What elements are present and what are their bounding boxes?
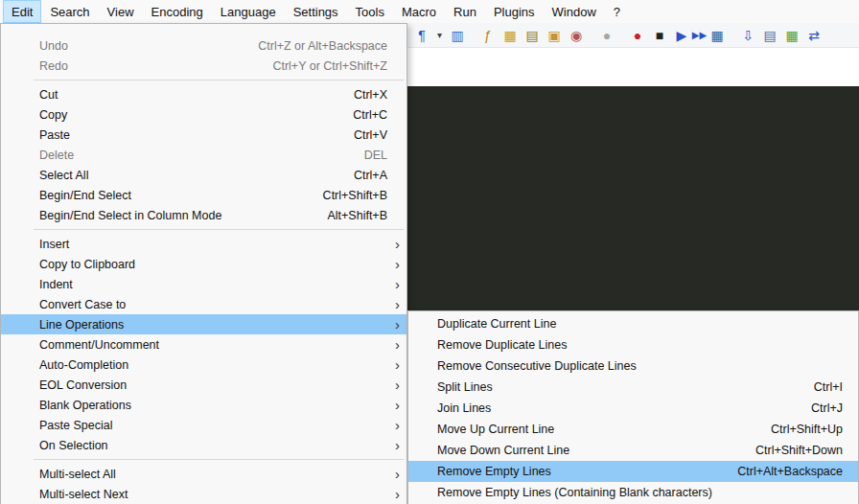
edit-menu-item-undo: UndoCtrl+Z or Alt+Backspace (1, 35, 406, 56)
menubar-item-plugins[interactable]: Plugins (485, 0, 544, 23)
menu-item-label: Comment/Uncomment (39, 338, 159, 352)
submenu-arrow-icon: › (395, 436, 400, 452)
edit-menu-item-begin-end-select-in-column-mode[interactable]: Begin/End Select in Column ModeAlt+Shift… (1, 205, 406, 225)
edit-menu-item-insert[interactable]: Insert› (1, 234, 406, 254)
document-list-icon[interactable]: ▤ (522, 26, 542, 45)
color-grid-plugin-icon[interactable]: ▦ (782, 26, 801, 45)
edit-menu-item-cut[interactable]: CutCtrl+X (1, 84, 406, 104)
folder-as-workspace-icon[interactable]: ▣ (545, 26, 564, 45)
menu-item-label: Paste Special (39, 419, 112, 432)
menubar-item-settings[interactable]: Settings (285, 0, 347, 23)
save-macro-icon[interactable]: ▦ (708, 26, 727, 45)
menu-separator (34, 459, 404, 460)
line-operations-submenu-item-split-lines[interactable]: Split LinesCtrl+I (408, 377, 858, 398)
menu-item-shortcut: Ctrl+C (353, 108, 387, 122)
menubar-item-search[interactable]: Search (41, 0, 98, 23)
menu-item-label: Begin/End Select in Column Mode (39, 209, 221, 222)
edit-menu: UndoCtrl+Z or Alt+BackspaceRedoCtrl+Y or… (0, 23, 407, 504)
edit-menu-item-paste-special[interactable]: Paste Special› (1, 415, 406, 435)
document-switcher-icon[interactable]: ▤ (760, 26, 779, 45)
menubar-item-macro[interactable]: Macro (393, 0, 445, 23)
edit-menu-item-paste[interactable]: PasteCtrl+V (1, 125, 406, 145)
line-operations-submenu: Duplicate Current LineRemove Duplicate L… (407, 310, 859, 504)
menu-item-label: On Selection (39, 439, 108, 452)
function-list-icon[interactable]: ƒ (478, 26, 498, 45)
record-macro-icon[interactable]: ● (628, 26, 647, 45)
indent-guide-icon[interactable]: ▥ (448, 26, 467, 45)
submenu-arrow-icon: › (395, 416, 400, 432)
file-monitoring-icon[interactable]: ◉ (567, 26, 586, 45)
menu-item-label: Paste (39, 128, 70, 142)
menu-item-label: Remove Duplicate Lines (437, 338, 568, 352)
menu-item-label: Redo (39, 59, 68, 73)
stop-recording-icon[interactable]: ■ (650, 26, 669, 45)
submenu-arrow-icon: › (395, 295, 400, 311)
edit-menu-item-multi-select-all[interactable]: Multi-select All› (1, 464, 406, 484)
menu-item-label: Blank Operations (39, 399, 131, 412)
line-operations-submenu-item-move-up-current-line[interactable]: Move Up Current LineCtrl+Shift+Up (408, 419, 858, 440)
menu-item-shortcut: Ctrl+V (354, 128, 387, 142)
menu-item-label: EOL Conversion (39, 378, 127, 392)
menubar-item-window[interactable]: Window (544, 0, 605, 23)
menubar-item-view[interactable]: View (99, 0, 143, 23)
menu-item-label: Cut (39, 88, 58, 102)
menu-item-label: Convert Case to (39, 298, 126, 311)
menu-item-shortcut: Ctrl+Z or Alt+Backspace (258, 39, 387, 53)
edit-menu-item-copy[interactable]: CopyCtrl+C (1, 104, 406, 125)
edit-menu-item-eol-conversion[interactable]: EOL Conversion› (1, 375, 406, 395)
menu-item-label: Auto-Completion (39, 358, 128, 372)
menu-item-label: Move Down Current Line (437, 444, 569, 457)
edit-menu-item-convert-case-to[interactable]: Convert Case to› (1, 294, 406, 314)
line-operations-submenu-item-remove-consecutive-duplicate-lines[interactable]: Remove Consecutive Duplicate Lines (408, 355, 858, 377)
edit-menu-item-auto-completion[interactable]: Auto-Completion› (1, 355, 406, 375)
menu-item-label: Split Lines (437, 380, 493, 394)
menu-item-shortcut: Ctrl+Shift+B (323, 189, 387, 202)
edit-menu-item-on-selection[interactable]: On Selection› (1, 435, 406, 455)
line-operations-submenu-item-remove-empty-lines-containing-blank-characters[interactable]: Remove Empty Lines (Containing Blank cha… (408, 482, 858, 503)
menubar-item-tools[interactable]: Tools (347, 0, 393, 23)
menu-item-label: Delete (39, 149, 74, 162)
edit-menu-item-blank-operations[interactable]: Blank Operations› (1, 395, 406, 415)
show-all-characters-dropdown-icon[interactable]: ▾ (434, 26, 445, 45)
menu-item-label: Remove Empty Lines (Containing Blank cha… (437, 486, 712, 499)
run-macro-multiple-icon[interactable]: ▶▶ (694, 26, 705, 45)
menu-item-label: Begin/End Select (39, 189, 131, 202)
submenu-arrow-icon: › (395, 396, 400, 412)
macro-indicator-icon[interactable]: ● (597, 26, 616, 45)
edit-menu-item-begin-end-select[interactable]: Begin/End SelectCtrl+Shift+B (1, 185, 406, 205)
menu-item-shortcut: Ctrl+X (354, 88, 387, 102)
edit-menu-item-line-operations[interactable]: Line Operations› (1, 314, 406, 334)
line-operations-submenu-item-remove-duplicate-lines[interactable]: Remove Duplicate Lines (408, 334, 858, 355)
menu-item-label: Multi-select Next (39, 488, 128, 501)
edit-menu-item-indent[interactable]: Indent› (1, 274, 406, 294)
compare-plugin-icon[interactable]: ⇄ (804, 26, 824, 45)
submenu-arrow-icon: › (395, 485, 400, 501)
menu-separator (34, 229, 404, 230)
edit-menu-item-comment-uncomment[interactable]: Comment/Uncomment› (1, 334, 406, 355)
menu-item-shortcut: Ctrl+Alt+Backspace (737, 465, 843, 478)
submenu-arrow-icon: › (395, 355, 400, 372)
show-all-characters-icon[interactable]: ¶ (412, 26, 431, 45)
menu-item-label: Select All (39, 169, 88, 182)
edit-menu-item-copy-to-clipboard[interactable]: Copy to Clipboard› (1, 254, 406, 274)
menubar-item-edit[interactable]: Edit (3, 0, 41, 23)
submenu-arrow-icon: › (395, 315, 400, 332)
menubar-item-encoding[interactable]: Encoding (143, 0, 212, 23)
edit-menu-item-select-all[interactable]: Select AllCtrl+A (1, 165, 406, 185)
submenu-arrow-icon: › (395, 335, 400, 352)
notepad-plus-plus-window: EditSearchViewEncodingLanguageSettingsTo… (0, 0, 859, 504)
line-operations-submenu-item-move-down-current-line[interactable]: Move Down Current LineCtrl+Shift+Down (408, 440, 858, 461)
playback-macro-icon[interactable]: ▶ (672, 26, 691, 45)
menu-item-shortcut: DEL (364, 149, 387, 162)
submenu-arrow-icon: › (395, 465, 400, 481)
edit-menu-item-multi-select-next[interactable]: Multi-select Next› (1, 484, 406, 504)
menubar-item-help[interactable]: ? (605, 0, 629, 23)
line-operations-submenu-item-remove-empty-lines[interactable]: Remove Empty LinesCtrl+Alt+Backspace (408, 461, 858, 482)
import-plugin-icon[interactable]: ⇩ (738, 26, 757, 45)
menu-item-label: Remove Consecutive Duplicate Lines (437, 359, 637, 373)
line-operations-submenu-item-join-lines[interactable]: Join LinesCtrl+J (408, 398, 858, 419)
menubar-item-run[interactable]: Run (445, 0, 485, 23)
line-operations-submenu-item-duplicate-current-line[interactable]: Duplicate Current Line (408, 313, 858, 334)
menubar-item-language[interactable]: Language (212, 0, 285, 23)
document-map-icon[interactable]: ▦ (500, 26, 520, 45)
